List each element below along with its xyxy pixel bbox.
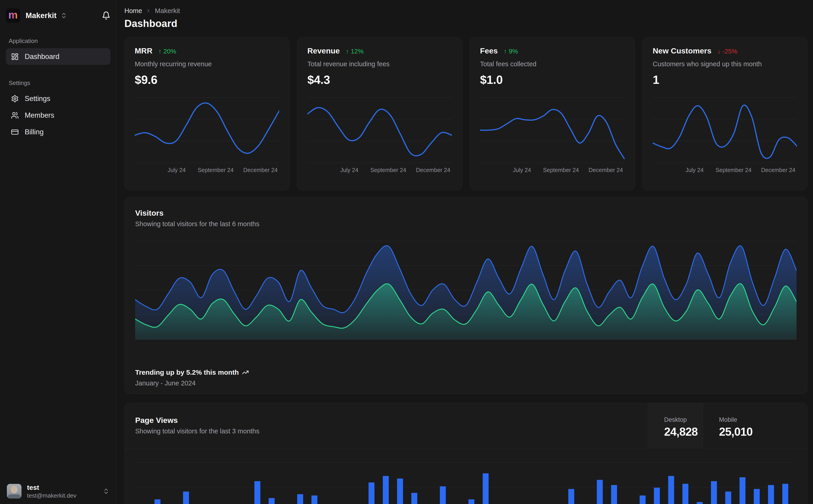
credit-card-icon	[11, 128, 19, 136]
trend-value: 12%	[351, 48, 364, 55]
dashboard-page: { "sidebar": { "brand": "Makerkit", "sec…	[0, 0, 813, 504]
stat-card-revenue: Revenue ↑ 12% Total revenue including fe…	[297, 37, 462, 190]
trend-value: -25%	[723, 48, 737, 55]
stat-description: Monthly recurring revenue	[135, 60, 279, 68]
sidebar-item-members[interactable]: Members	[6, 107, 110, 124]
user-email: test@makerkit.dev	[27, 492, 76, 499]
bell-icon[interactable]	[102, 11, 110, 20]
workspace-selector[interactable]: m Makerkit	[6, 8, 110, 23]
users-icon	[11, 111, 19, 119]
stat-value: $4.3	[307, 73, 452, 87]
sidebar: m Makerkit Application Dashboard Setting…	[0, 0, 117, 504]
toggle-value: 24,828	[664, 425, 703, 438]
visitors-footer: Trending up by 5.2% this month January -…	[135, 369, 797, 387]
brand-name: Makerkit	[26, 11, 57, 20]
nav-settings: Settings Members Billing	[6, 90, 110, 140]
nav-application: Dashboard	[6, 48, 110, 65]
sidebar-item-label: Dashboard	[25, 53, 59, 61]
axis-tick: December 24	[761, 167, 795, 173]
trend-value: 20%	[163, 48, 176, 55]
stat-title: Revenue	[307, 46, 340, 55]
stat-cards-row: MRR ↑ 20% Monthly recurring revenue $9.6…	[124, 37, 807, 190]
sparkline-axis: July 24 September 24 December 24	[653, 167, 797, 174]
fees-sparkline-chart	[480, 97, 625, 164]
main-content: Home Makerkit Dashboard MRR ↑ 20% Monthl…	[117, 0, 813, 504]
page-title: Dashboard	[124, 18, 807, 29]
visitors-title: Visitors	[135, 209, 797, 218]
toggle-label: Mobile	[719, 416, 807, 423]
visitors-trend-text: Trending up by 5.2% this month	[135, 369, 239, 376]
stat-title: MRR	[135, 46, 152, 55]
visitors-date-range: January - June 2024	[135, 379, 797, 387]
visitors-card: Visitors Showing total visitors for the …	[124, 197, 807, 394]
sidebar-item-dashboard[interactable]: Dashboard	[6, 48, 110, 65]
stat-title: Fees	[480, 46, 498, 55]
stat-title: New Customers	[653, 46, 712, 55]
arrow-up-icon: ↑	[346, 48, 349, 55]
gear-icon	[11, 95, 19, 103]
axis-tick: September 24	[716, 167, 752, 173]
axis-tick: December 24	[416, 167, 450, 173]
nav-group-settings: Settings	[9, 80, 110, 87]
user-menu[interactable]: test test@makerkit.dev	[0, 478, 116, 504]
sparkline-axis: July 24 September 24 December 24	[307, 167, 452, 174]
nav-group-application: Application	[9, 37, 110, 45]
customers-sparkline-chart	[653, 97, 797, 164]
chevrons-up-down-icon	[60, 12, 67, 19]
axis-tick: July 24	[513, 167, 531, 173]
chevron-right-icon	[146, 8, 151, 13]
trend-badge: ↑ 9%	[504, 48, 518, 55]
breadcrumb-current: Makerkit	[155, 7, 180, 15]
trend-badge: ↑ 12%	[346, 48, 364, 55]
chevrons-up-down-icon	[103, 488, 109, 495]
stat-card-new-customers: New Customers ↓ -25% Customers who signe…	[643, 37, 807, 190]
axis-tick: December 24	[589, 167, 623, 173]
stat-card-fees: Fees ↑ 9% Total fees collected $1.0 July…	[470, 37, 635, 190]
toggle-value: 25,010	[719, 425, 807, 438]
toggle-desktop[interactable]: Desktop 24,828	[648, 403, 703, 449]
user-name: test	[27, 483, 76, 492]
arrow-down-icon: ↓	[717, 48, 721, 55]
visitors-area-chart	[135, 240, 797, 340]
stat-value: $9.6	[135, 73, 279, 87]
trending-up-icon	[242, 369, 249, 376]
sparkline-axis: July 24 September 24 December 24	[135, 167, 279, 174]
axis-tick: July 24	[340, 167, 358, 173]
breadcrumb-home[interactable]: Home	[124, 7, 142, 15]
toggle-mobile[interactable]: Mobile 25,010	[703, 403, 807, 449]
sparkline-axis: July 24 September 24 December 24	[480, 167, 625, 174]
axis-tick: September 24	[197, 167, 234, 173]
stat-description: Total revenue including fees	[307, 60, 452, 68]
axis-tick: July 24	[685, 167, 704, 173]
arrow-up-icon: ↑	[158, 48, 161, 55]
trend-value: 9%	[509, 48, 518, 55]
axis-tick: July 24	[167, 167, 186, 173]
stat-card-mrr: MRR ↑ 20% Monthly recurring revenue $9.6…	[124, 37, 290, 190]
page-views-card: Page Views Showing total visitors for th…	[124, 403, 807, 504]
stat-description: Customers who signed up this month	[653, 60, 797, 68]
stat-description: Total fees collected	[480, 60, 625, 68]
sidebar-item-label: Billing	[25, 128, 44, 136]
stat-value: 1	[653, 73, 797, 87]
trend-badge: ↓ -25%	[717, 48, 737, 55]
sidebar-item-label: Settings	[25, 95, 50, 103]
mrr-sparkline-chart	[135, 97, 279, 164]
trend-badge: ↑ 20%	[158, 48, 176, 55]
arrow-up-icon: ↑	[504, 48, 507, 55]
visitors-subtitle: Showing total visitors for the last 6 mo…	[135, 220, 797, 228]
axis-tick: September 24	[543, 167, 579, 173]
page-views-bar-chart	[136, 455, 792, 504]
sidebar-item-billing[interactable]: Billing	[6, 124, 110, 140]
revenue-sparkline-chart	[307, 97, 452, 164]
user-meta: test test@makerkit.dev	[27, 483, 76, 499]
toggle-label: Desktop	[664, 416, 703, 423]
device-toggle: Desktop 24,828 Mobile 25,010	[648, 403, 807, 449]
sidebar-item-label: Members	[25, 111, 54, 119]
sidebar-item-settings[interactable]: Settings	[6, 90, 110, 107]
axis-tick: December 24	[243, 167, 278, 173]
breadcrumb: Home Makerkit	[124, 7, 807, 15]
dashboard-icon	[11, 53, 19, 61]
axis-tick: September 24	[370, 167, 406, 173]
user-avatar	[7, 484, 21, 499]
brand-logo: m	[6, 8, 20, 23]
